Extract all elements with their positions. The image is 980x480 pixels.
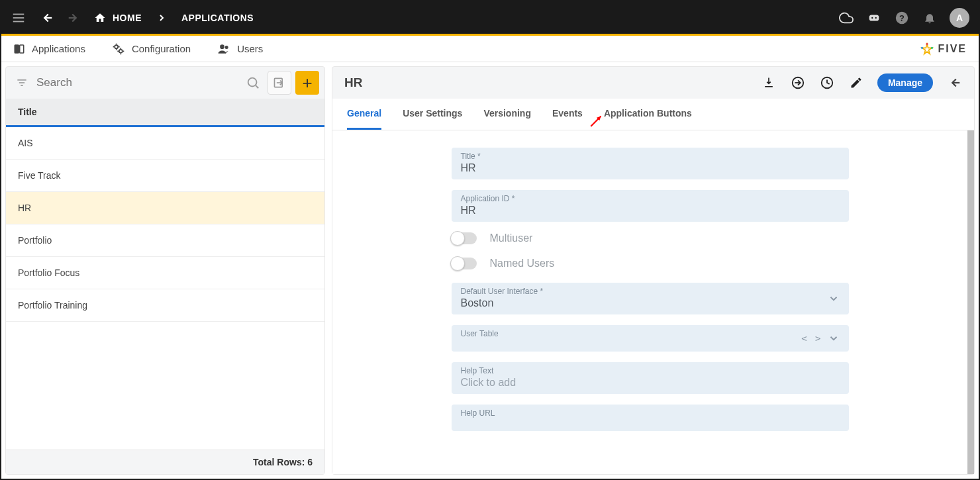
list-row[interactable]: HR xyxy=(6,192,324,224)
appid-field-label: Application ID * xyxy=(461,194,840,203)
search-input[interactable] xyxy=(36,76,238,89)
list-row[interactable]: Portfolio Focus xyxy=(6,257,324,289)
search-icon[interactable] xyxy=(242,72,264,93)
breadcrumb-home[interactable]: HOME xyxy=(94,12,142,24)
tabs: GeneralUser SettingsVersioningEventsAppl… xyxy=(332,99,974,130)
list-row[interactable]: Portfolio Training xyxy=(6,289,324,322)
left-toolbar: + xyxy=(6,67,324,99)
nav-users-label: Users xyxy=(237,43,263,54)
page-title: HR xyxy=(344,75,362,90)
svg-line-24 xyxy=(256,85,258,88)
nav-configuration[interactable]: Configuration xyxy=(112,42,191,56)
topbar-right: ? A xyxy=(838,8,969,28)
export-icon[interactable] xyxy=(790,75,806,91)
avatar[interactable]: A xyxy=(950,8,969,28)
svg-rect-27 xyxy=(765,86,773,87)
usertable-field[interactable]: User Table < > xyxy=(452,325,849,352)
list-row[interactable]: Five Track xyxy=(6,160,324,192)
list-header[interactable]: Title xyxy=(6,99,324,127)
multiuser-toggle[interactable] xyxy=(452,232,477,244)
nav-applications[interactable]: Applications xyxy=(13,43,85,55)
namedusers-row: Named Users xyxy=(452,258,849,269)
chat-bot-icon[interactable] xyxy=(866,10,882,26)
right-header: HR Manage xyxy=(332,67,974,99)
svg-point-6 xyxy=(871,17,873,18)
namedusers-toggle[interactable] xyxy=(452,258,477,269)
application-list: AISFive TrackHRPortfolioPortfolio FocusP… xyxy=(6,127,324,450)
svg-marker-16 xyxy=(922,44,932,54)
svg-rect-10 xyxy=(15,45,19,53)
helptext-placeholder: Click to add xyxy=(461,377,840,389)
code-icon: < > xyxy=(801,333,822,344)
tab-versioning[interactable]: Versioning xyxy=(483,99,531,130)
list-row[interactable]: Portfolio xyxy=(6,224,324,257)
svg-point-14 xyxy=(220,44,224,49)
svg-text:?: ? xyxy=(899,13,905,23)
chevron-down-icon xyxy=(828,332,840,344)
tab-general[interactable]: General xyxy=(347,99,381,130)
back-arrow-icon[interactable] xyxy=(38,10,54,26)
forward-arrow-icon xyxy=(66,10,82,26)
helpurl-field[interactable]: Help URL xyxy=(452,405,849,431)
svg-point-18 xyxy=(931,46,933,48)
hamburger-icon[interactable] xyxy=(11,10,26,26)
breadcrumb-applications[interactable]: APPLICATIONS xyxy=(181,13,254,23)
multiuser-label: Multiuser xyxy=(490,232,533,244)
navbar-left: Applications Configuration Users xyxy=(13,42,263,56)
svg-point-7 xyxy=(875,17,877,18)
list-footer: Total Rows: 6 xyxy=(6,450,324,474)
nav-configuration-label: Configuration xyxy=(132,43,191,54)
avatar-letter: A xyxy=(956,13,963,23)
cloud-icon[interactable] xyxy=(838,10,854,26)
collapse-button[interactable] xyxy=(268,71,291,95)
bell-icon[interactable] xyxy=(922,10,938,26)
helptext-field[interactable]: Help Text Click to add xyxy=(452,362,849,394)
tab-user-settings[interactable]: User Settings xyxy=(403,99,462,130)
svg-rect-11 xyxy=(20,45,24,53)
helpurl-label: Help URL xyxy=(461,408,840,418)
multiuser-row: Multiuser xyxy=(452,232,849,244)
svg-point-19 xyxy=(921,46,923,48)
filter-icon[interactable] xyxy=(11,72,32,93)
list-header-label: Title xyxy=(18,107,37,117)
title-field-label: Title * xyxy=(461,152,840,161)
main: + Title AISFive TrackHRPortfolioPortfoli… xyxy=(1,62,979,479)
title-field[interactable]: Title * HR xyxy=(452,148,849,179)
title-field-value: HR xyxy=(461,162,840,174)
brand-logo-icon xyxy=(920,42,934,56)
total-rows-label: Total Rows: 6 xyxy=(253,457,313,467)
edit-icon[interactable] xyxy=(848,75,864,91)
list-row[interactable]: AIS xyxy=(6,127,324,160)
manage-button-label: Manage xyxy=(888,77,922,88)
tab-application-buttons[interactable]: Application Buttons xyxy=(604,99,692,130)
helptext-label: Help Text xyxy=(461,366,840,375)
svg-point-12 xyxy=(115,45,118,48)
brand-text: FIVE xyxy=(938,43,967,55)
svg-point-13 xyxy=(119,49,122,52)
add-button[interactable]: + xyxy=(295,71,319,95)
help-icon[interactable]: ? xyxy=(894,10,910,26)
manage-button[interactable]: Manage xyxy=(877,73,933,92)
default-ui-field[interactable]: Default User Interface * Boston xyxy=(452,283,849,314)
navbar: Applications Configuration Users FIVE xyxy=(1,36,979,62)
appid-field[interactable]: Application ID * HR xyxy=(452,190,849,222)
tab-events[interactable]: Events xyxy=(552,99,583,130)
breadcrumb-chevron-icon xyxy=(154,10,170,26)
appid-field-value: HR xyxy=(461,205,840,216)
download-icon[interactable] xyxy=(761,75,777,91)
breadcrumb-applications-label: APPLICATIONS xyxy=(181,13,254,23)
chevron-down-icon xyxy=(828,293,840,305)
plus-icon: + xyxy=(302,74,312,91)
brand: FIVE xyxy=(920,42,967,56)
history-icon[interactable] xyxy=(819,75,835,91)
nav-applications-label: Applications xyxy=(32,43,85,54)
default-ui-value: Boston xyxy=(461,297,840,309)
svg-point-23 xyxy=(248,78,257,87)
form-area: Title * HR Application ID * HR Multiuser… xyxy=(332,130,974,474)
topbar: HOME APPLICATIONS ? A xyxy=(1,1,979,36)
back-icon[interactable] xyxy=(946,75,962,91)
svg-rect-5 xyxy=(869,15,879,21)
nav-users[interactable]: Users xyxy=(217,42,263,56)
namedusers-label: Named Users xyxy=(490,258,555,269)
usertable-label: User Table xyxy=(461,329,840,338)
